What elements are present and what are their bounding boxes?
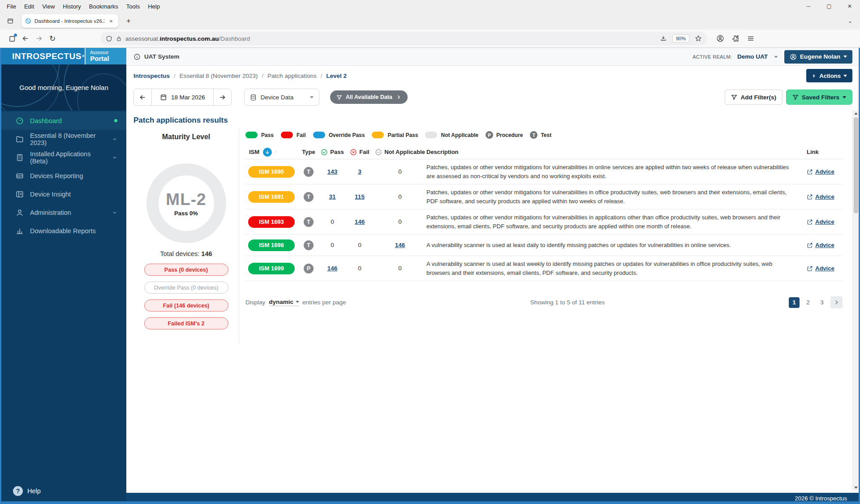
active-realm-value[interactable]: Demo UAT — [737, 53, 768, 60]
data-source-select[interactable]: Device Data — [244, 89, 319, 106]
url-text[interactable]: assessoruat.introspectus.com.au/Dashboar… — [125, 35, 250, 42]
table-row: ISM 1690 T 143 3 0 Patches, updates or o… — [245, 159, 843, 184]
override-pass-devices-button[interactable]: Override Pass (0 devices) — [144, 282, 228, 294]
question-icon: ? — [13, 486, 23, 496]
scroll-up-arrow[interactable] — [853, 110, 859, 116]
advice-link[interactable]: Advice — [807, 242, 843, 248]
advice-link[interactable]: Advice — [807, 265, 843, 272]
hamburger-menu-icon[interactable] — [747, 34, 755, 43]
ism-pill[interactable]: ISM 1699 — [248, 263, 295, 274]
menu-view[interactable]: View — [38, 0, 59, 13]
advice-link[interactable]: Advice — [807, 218, 843, 225]
table-row: ISM 1698 T 0 0 146 A vulnerability scann… — [245, 235, 843, 256]
pass-count[interactable]: 31 — [329, 193, 335, 200]
page-button-2[interactable]: 2 — [803, 297, 813, 308]
sidebar-item-installed-applications[interactable]: Installed Applications (Beta) — [1, 148, 126, 167]
sort-ascending-icon[interactable]: ↑ — [274, 149, 277, 155]
sidebar: INTROSPECTUS® Assessor Portal Good morni… — [1, 48, 126, 504]
ism-pill[interactable]: ISM 1691 — [248, 191, 295, 203]
next-day-button[interactable] — [213, 89, 231, 105]
menu-help[interactable]: Help — [144, 0, 164, 13]
list-all-tabs-icon[interactable]: ⌄ — [845, 16, 856, 26]
breadcrumb-patch-applications[interactable]: Patch applications — [267, 73, 317, 79]
lock-icon[interactable] — [116, 36, 122, 42]
screenshot-tool-icon[interactable] — [5, 32, 19, 45]
tab-close-icon[interactable]: ✕ — [108, 17, 115, 25]
minimize-button[interactable]: ─ — [798, 0, 819, 13]
menu-tools[interactable]: Tools — [122, 0, 144, 13]
pass-devices-button[interactable]: Pass (0 devices) — [144, 264, 228, 276]
user-menu-button[interactable]: Eugene Nolan — [784, 50, 852, 64]
fail-count[interactable]: 3 — [358, 168, 361, 175]
column-header-ism[interactable]: ISM ↑ — [245, 148, 298, 157]
sidebar-item-device-insight[interactable]: Device Insight — [1, 185, 126, 203]
entries-per-page-select[interactable]: dynamic — [269, 299, 299, 306]
all-available-data-button[interactable]: All Available Data — [330, 90, 408, 104]
forward-button[interactable] — [32, 32, 46, 45]
na-count[interactable]: 146 — [395, 242, 405, 248]
sidebar-item-devices-reporting[interactable]: Devices Reporting — [1, 167, 126, 185]
ism-pill[interactable]: ISM 1690 — [248, 166, 295, 178]
column-header-type[interactable]: Type — [302, 149, 315, 155]
pass-count: 0 — [331, 242, 334, 248]
ism-pill[interactable]: ISM 1693 — [248, 216, 295, 228]
advice-link[interactable]: Advice — [807, 193, 843, 200]
close-button[interactable]: ✕ — [839, 0, 860, 13]
pass-count[interactable]: 146 — [327, 265, 338, 272]
fail-count: 0 — [358, 265, 361, 272]
menu-edit[interactable]: Edit — [20, 0, 38, 13]
menu-file[interactable]: File — [3, 0, 20, 13]
url-bar[interactable]: assessoruat.introspectus.com.au/Dashboar… — [100, 32, 707, 45]
fail-count[interactable]: 115 — [355, 193, 365, 200]
sidebar-item-downloadable-reports[interactable]: Downloadable Reports — [1, 222, 126, 240]
extensions-puzzle-icon[interactable] — [731, 34, 740, 43]
fail-devices-button[interactable]: Fail (146 devices) — [144, 299, 228, 312]
menu-history[interactable]: History — [59, 0, 85, 13]
brand-logo[interactable]: INTROSPECTUS® — [1, 48, 85, 64]
bookmark-star-icon[interactable] — [695, 35, 702, 42]
page-scrollbar[interactable] — [852, 110, 859, 491]
page-button-1[interactable]: 1 — [789, 297, 800, 308]
sidebar-item-administration[interactable]: Administration — [1, 203, 126, 222]
help-button[interactable]: ? Help — [1, 478, 126, 504]
zoom-level-badge[interactable]: 90% — [672, 34, 689, 43]
date-picker[interactable]: 18 Mar 2026 — [152, 89, 213, 105]
previous-day-button[interactable] — [134, 89, 152, 105]
browser-tab-dashboard[interactable]: Dashboard - Introspectus v26.3 ✕ — [22, 14, 118, 28]
sidebar-item-essential8[interactable]: Essential 8 (November 2023) — [1, 130, 126, 148]
funnel-icon — [731, 94, 737, 100]
fail-count: 0 — [358, 242, 361, 248]
maximize-button[interactable]: ▢ — [819, 0, 839, 13]
pass-count: 0 — [331, 218, 334, 225]
advice-link[interactable]: Advice — [807, 168, 843, 175]
failed-isms-button[interactable]: Failed ISM's 2 — [144, 317, 228, 329]
chevron-down-icon — [310, 96, 314, 98]
firefox-view-icon[interactable] — [4, 15, 16, 27]
breadcrumb-essential8[interactable]: Essential 8 (November 2023) — [180, 73, 258, 79]
column-header-not-applicable[interactable]: Not Applicable — [375, 149, 425, 156]
ism-pill[interactable]: ISM 1698 — [248, 239, 295, 251]
column-header-pass[interactable]: Pass — [321, 149, 344, 156]
sort-descending-icon[interactable] — [263, 148, 272, 157]
next-page-button[interactable] — [830, 296, 843, 308]
fail-count[interactable]: 146 — [355, 218, 365, 225]
shield-icon[interactable] — [106, 35, 112, 42]
scrollbar-thumb[interactable] — [854, 117, 858, 214]
save-page-icon[interactable] — [660, 35, 667, 42]
account-icon[interactable] — [716, 34, 724, 43]
actions-button[interactable]: Actions — [806, 69, 852, 82]
footer-copyright: 2026 © Introspectus — [795, 495, 847, 502]
menu-bookmarks[interactable]: Bookmarks — [85, 0, 122, 13]
sidebar-item-dashboard[interactable]: Dashboard — [1, 111, 126, 130]
column-header-fail[interactable]: Fail — [350, 149, 369, 156]
pass-count[interactable]: 143 — [327, 168, 338, 175]
back-button[interactable] — [19, 32, 32, 45]
reload-button[interactable]: ↻ — [46, 32, 59, 45]
new-tab-button[interactable]: + — [123, 15, 134, 27]
add-filter-button[interactable]: Add Filter(s) — [725, 90, 783, 105]
chevron-down-icon[interactable] — [773, 54, 779, 60]
page-button-3[interactable]: 3 — [817, 297, 827, 308]
saved-filters-button[interactable]: Saved Filters — [786, 90, 852, 105]
breadcrumb-home[interactable]: Introspectus — [133, 73, 170, 79]
scroll-down-arrow[interactable] — [853, 484, 859, 491]
